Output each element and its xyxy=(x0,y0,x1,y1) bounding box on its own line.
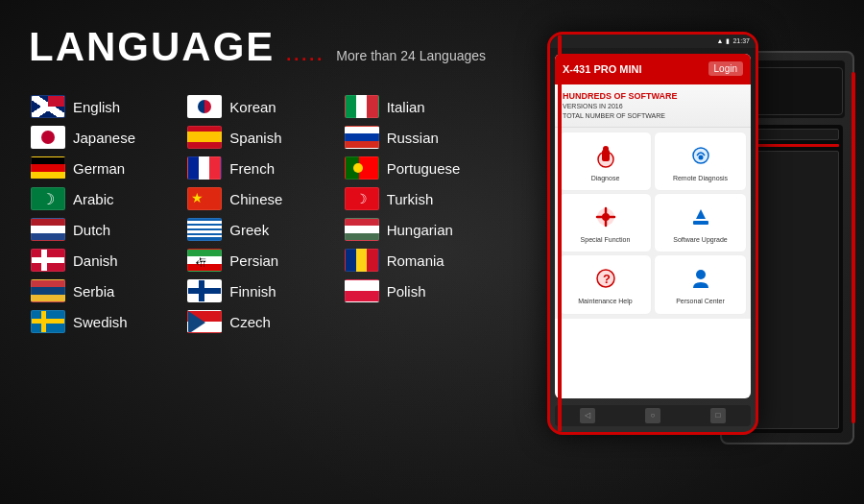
list-item: Chinese xyxy=(185,183,342,214)
flag-spain xyxy=(187,126,222,149)
special-icon xyxy=(590,202,621,232)
personal-icon xyxy=(685,263,716,294)
flag-sweden xyxy=(31,310,65,333)
dots-decoration: ..... xyxy=(286,45,324,65)
app-tile-personal[interactable]: Personal Center xyxy=(654,254,747,314)
list-item: Arabic xyxy=(29,183,185,214)
flag-serbia xyxy=(31,279,65,302)
list-item: Polish xyxy=(343,276,499,306)
list-item: Romania xyxy=(343,245,499,276)
lang-name-korean: Korean xyxy=(229,99,276,115)
upgrade-icon xyxy=(685,202,716,232)
list-item: 𐎢 Persian xyxy=(185,245,342,276)
list-item: Danish xyxy=(29,245,185,276)
lang-name-polish: Polish xyxy=(387,283,426,300)
phone-nav-bar: ◁ ○ □ xyxy=(555,405,751,426)
language-grid: English Japanese German Arabic Dutch xyxy=(29,91,499,337)
flag-uk xyxy=(31,95,65,118)
lang-name-danish: Danish xyxy=(73,252,118,269)
list-item: Portuguese xyxy=(343,153,499,183)
list-item: Turkish xyxy=(343,183,499,214)
flag-portugal xyxy=(345,156,379,180)
tile-label-special: Special Function xyxy=(581,236,631,244)
app-tile-upgrade[interactable]: Software Upgrade xyxy=(654,193,747,252)
tile-label-diagnose: Diagnose xyxy=(591,175,620,182)
lang-name-swedish: Swedish xyxy=(73,314,128,330)
app-tile-diagnose[interactable]: Diagnose xyxy=(559,132,652,191)
lang-name-dutch: Dutch xyxy=(73,222,110,238)
app-tile-remote[interactable]: Remote Diagnosis xyxy=(654,132,747,191)
svg-point-12 xyxy=(696,270,706,279)
lang-name-arabic: Arabic xyxy=(73,191,114,207)
nav-recent-button[interactable]: □ xyxy=(710,408,726,423)
flag-czech xyxy=(187,310,222,333)
tile-label-remote: Remote Diagnosis xyxy=(673,175,728,182)
app-logo: X-431 PRO MINI xyxy=(563,63,642,75)
flag-germany xyxy=(31,156,65,180)
lang-name-english: English xyxy=(73,99,120,115)
status-battery-icon: ▮ xyxy=(726,37,730,45)
banner-title: HUNDREDS OF SOFTWARE xyxy=(563,91,678,101)
app-tile-special[interactable]: Special Function xyxy=(559,193,652,252)
lang-name-turkish: Turkish xyxy=(387,191,434,207)
diagnose-icon xyxy=(590,140,621,171)
tile-label-upgrade: Software Upgrade xyxy=(673,236,727,244)
flag-finland xyxy=(187,279,222,302)
list-item: Russian xyxy=(343,122,499,153)
tile-label-personal: Personal Center xyxy=(676,298,725,305)
app-banner: HUNDREDS OF SOFTWARE VERSIONS IN 2016 TO… xyxy=(555,84,751,128)
list-item: French xyxy=(185,153,342,183)
lang-name-spanish: Spanish xyxy=(229,130,281,146)
flag-france xyxy=(187,156,222,180)
app-grid: Diagnose Remote Diagnosis xyxy=(555,128,751,319)
flag-turkey xyxy=(345,187,379,210)
svg-text:𐎢: 𐎢 xyxy=(196,256,207,270)
banner-note: TOTAL NUMBER OF SOFTWARE xyxy=(563,112,665,119)
flag-china xyxy=(187,187,222,210)
lang-name-finnish: Finnish xyxy=(229,283,276,300)
lang-name-serbia: Serbia xyxy=(73,283,114,300)
right-panel: ▲ ▮ 21:37 X-431 PRO MINI Login HUNDREDS … xyxy=(518,0,864,504)
lang-name-japanese: Japanese xyxy=(73,130,135,146)
lang-name-czech: Czech xyxy=(229,314,271,330)
app-header: X-431 PRO MINI Login xyxy=(555,54,751,84)
device-container: ▲ ▮ 21:37 X-431 PRO MINI Login HUNDREDS … xyxy=(538,22,845,483)
svg-point-7 xyxy=(602,213,610,221)
maintenance-icon: ? xyxy=(590,263,621,294)
flag-japan xyxy=(31,126,65,149)
nav-back-button[interactable]: ◁ xyxy=(580,408,595,423)
lang-col-2: Korean Spanish French Chinese Greek xyxy=(185,91,342,337)
remote-icon xyxy=(685,140,716,171)
tile-label-maintenance: Maintenance Help xyxy=(578,298,632,305)
status-time: 21:37 xyxy=(732,37,750,44)
list-item: Japanese xyxy=(29,122,185,153)
flag-russia xyxy=(345,126,379,149)
lang-name-german: German xyxy=(73,160,125,177)
svg-text:?: ? xyxy=(603,272,611,286)
lang-name-russian: Russian xyxy=(387,130,439,146)
list-item: Serbia xyxy=(29,276,185,306)
lang-name-romania: Romania xyxy=(387,252,444,269)
lang-name-italian: Italian xyxy=(387,99,425,115)
status-bar: ▲ ▮ 21:37 xyxy=(550,35,756,48)
lang-col-3: Italian Russian Portuguese Turkish Hunga… xyxy=(343,91,499,337)
list-item: Korean xyxy=(185,91,342,122)
device-side-stripe xyxy=(558,35,562,432)
list-item: Italian xyxy=(343,91,499,122)
app-login-button[interactable]: Login xyxy=(708,61,743,76)
nav-home-button[interactable]: ○ xyxy=(645,408,660,423)
flag-persia: 𐎢 xyxy=(187,249,222,272)
list-item: German xyxy=(29,153,185,183)
banner-text: HUNDREDS OF SOFTWARE VERSIONS IN 2016 TO… xyxy=(563,90,743,121)
flag-romania xyxy=(345,249,379,272)
phone-screen: X-431 PRO MINI Login HUNDREDS OF SOFTWAR… xyxy=(555,54,751,398)
list-item: Greek xyxy=(185,214,342,245)
banner-sub: VERSIONS IN 2016 xyxy=(563,103,623,109)
lang-name-greek: Greek xyxy=(229,222,269,238)
lang-name-persian: Persian xyxy=(229,252,278,269)
app-tile-maintenance[interactable]: ? Maintenance Help xyxy=(559,254,652,314)
list-item: Spanish xyxy=(185,122,342,153)
list-item: Finnish xyxy=(185,276,342,306)
flag-netherlands xyxy=(31,218,65,241)
header: LANGUAGE ..... More than 24 Languages xyxy=(29,24,499,70)
